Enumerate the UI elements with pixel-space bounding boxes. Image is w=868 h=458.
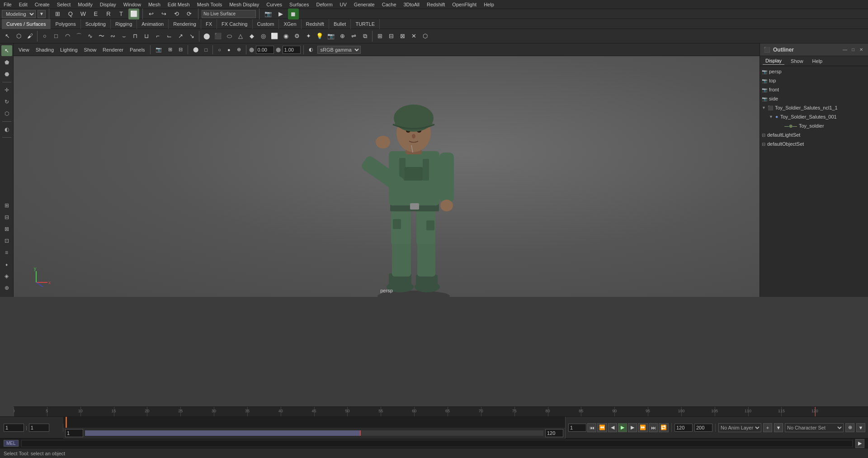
icon-curve9[interactable]: ⌐ xyxy=(152,31,163,42)
prev-key-btn[interactable]: ⏪ xyxy=(597,423,607,432)
icon-snap2[interactable]: ⊟ xyxy=(386,31,396,42)
tab-animation[interactable]: Animation xyxy=(137,19,169,29)
sidebar-scale[interactable]: ⬡ xyxy=(1,108,12,119)
range-start-input[interactable] xyxy=(65,429,83,437)
vp-icon-wire[interactable]: □ xyxy=(203,46,210,53)
menu-modify[interactable]: Modify xyxy=(74,1,96,8)
tab-turtle[interactable]: TURTLE xyxy=(351,19,380,29)
loop-btn[interactable]: 🔁 xyxy=(659,423,669,432)
icon-t[interactable]: T xyxy=(116,9,127,19)
icon-redo2[interactable]: ⟳ xyxy=(184,9,195,19)
menu-help[interactable]: Help xyxy=(480,1,498,8)
outliner-close[interactable]: ✕ xyxy=(858,47,864,53)
no-live-surface-btn[interactable]: No Live Surface xyxy=(202,10,256,18)
menu-mesh-display[interactable]: Mesh Display xyxy=(226,1,263,8)
menu-openflight[interactable]: OpenFlight xyxy=(448,1,480,8)
sidebar-select-tool[interactable]: ↖ xyxy=(1,45,12,56)
menu-create[interactable]: Create xyxy=(31,1,53,8)
command-input[interactable] xyxy=(21,440,853,447)
menu-curves[interactable]: Curves xyxy=(263,1,286,8)
icon-snap1[interactable]: ⊞ xyxy=(374,31,385,42)
sidebar-lasso[interactable]: ⬟ xyxy=(1,57,12,68)
vp-icon-grid2[interactable]: ⊟ xyxy=(176,46,185,53)
icon-cone[interactable]: △ xyxy=(235,31,246,42)
tab-fx[interactable]: FX xyxy=(201,19,217,29)
sidebar-layers[interactable]: ≡ xyxy=(1,247,12,258)
icon-curve6[interactable]: ⌣ xyxy=(118,31,129,42)
icon-cam2[interactable]: 📷 xyxy=(326,31,336,42)
tab-polygons[interactable]: Polygons xyxy=(51,19,80,29)
vp-view[interactable]: View xyxy=(16,46,32,53)
outliner-item-front[interactable]: 📷 front xyxy=(760,85,868,94)
sidebar-sculpt[interactable]: ◐ xyxy=(1,124,12,135)
icon-prop[interactable]: ⬡ xyxy=(420,31,430,42)
icon-cube[interactable]: ⬛ xyxy=(212,31,223,42)
playback-current-frame[interactable] xyxy=(568,424,586,432)
play-btn[interactable]: ▶ xyxy=(618,423,627,432)
tab-bullet[interactable]: Bullet xyxy=(329,19,351,29)
workspace-dropdown[interactable]: Modeling xyxy=(2,10,36,18)
sidebar-attr-editor[interactable]: ⊞ xyxy=(1,200,12,211)
vp-shading[interactable]: Shading xyxy=(33,46,56,53)
tab-fx-caching[interactable]: FX Caching xyxy=(217,19,252,29)
icon-undo2[interactable]: ⟲ xyxy=(171,9,182,19)
icon-tex[interactable]: ✦ xyxy=(303,31,314,42)
icon-cam[interactable]: 📷 xyxy=(263,9,274,19)
tab-xgen[interactable]: XGen xyxy=(279,19,301,29)
icon-arrow[interactable]: ↖ xyxy=(2,31,13,42)
vp-icon-grid[interactable]: ⊞ xyxy=(166,46,175,53)
vp-show[interactable]: Show xyxy=(82,46,99,53)
vp-colorspace-dropdown[interactable]: sRGB gamma xyxy=(317,46,361,54)
sidebar-snap[interactable]: ◈ xyxy=(1,271,12,281)
icon-light[interactable]: 💡 xyxy=(314,31,325,42)
icon-cylinder[interactable]: ⬭ xyxy=(224,31,235,42)
tab-custom[interactable]: Custom xyxy=(253,19,279,29)
timeline-scrubber[interactable]: 0510152025303540455055606570758085909510… xyxy=(14,406,868,416)
icon-sphere[interactable]: ⬤ xyxy=(201,31,212,42)
command-submit[interactable]: ▶ xyxy=(855,439,864,448)
go-start-btn[interactable]: ⏮ xyxy=(587,423,596,432)
menu-redshift[interactable]: Redshift xyxy=(423,1,448,8)
icon-mirror[interactable]: ⇌ xyxy=(348,31,359,42)
icon-rect[interactable]: □ xyxy=(51,31,61,42)
vp-renderer[interactable]: Renderer xyxy=(100,46,126,53)
icon-redo[interactable]: ↪ xyxy=(159,9,170,19)
max-frame-field[interactable] xyxy=(694,424,712,432)
tab-redshift[interactable]: Redshift xyxy=(302,19,329,29)
icon-curve3[interactable]: ∿ xyxy=(85,31,95,42)
outliner-tab-display[interactable]: Display xyxy=(763,57,784,65)
vp-lighting[interactable]: Lighting xyxy=(58,46,80,53)
vp-iso3[interactable]: ⊕ xyxy=(235,46,243,53)
current-frame-input[interactable] xyxy=(4,424,24,432)
sidebar-rotate[interactable]: ↻ xyxy=(1,96,12,107)
menu-edit-mesh[interactable]: Edit Mesh xyxy=(164,1,193,8)
menu-file[interactable]: File xyxy=(0,1,15,8)
outliner-item-toysoldier-group[interactable]: ▼ ⬛ Toy_Soldier_Salutes_ncl1_1 xyxy=(760,103,868,112)
menu-mesh[interactable]: Mesh xyxy=(145,1,164,8)
icon-e[interactable]: E xyxy=(90,9,101,19)
tab-rendering[interactable]: Rendering xyxy=(169,19,201,29)
tab-sculpting[interactable]: Sculpting xyxy=(81,19,111,29)
icon-active[interactable]: ⬜ xyxy=(128,9,139,19)
icon-undo[interactable]: ↩ xyxy=(146,9,157,19)
sidebar-extra[interactable]: ⊕ xyxy=(1,282,12,293)
icon-pyramid[interactable]: ◆ xyxy=(246,31,257,42)
anim-layer-btn2[interactable]: ▼ xyxy=(774,423,783,432)
icon-render2[interactable]: ◼ xyxy=(288,9,299,19)
sidebar-move[interactable]: ✛ xyxy=(1,85,12,95)
anim-layer-btn[interactable]: + xyxy=(763,423,772,432)
snap-icon[interactable]: ⊞ xyxy=(52,9,63,19)
icon-xray[interactable]: ✕ xyxy=(408,31,419,42)
icon-snap3[interactable]: ⊠ xyxy=(397,31,408,42)
menu-select[interactable]: Select xyxy=(53,1,75,8)
menu-generate[interactable]: Generate xyxy=(350,1,378,8)
outliner-item-toysoldier-001[interactable]: ▼ ✦ Toy_Soldier_Salutes_001 xyxy=(760,112,868,121)
icon-curve8[interactable]: ⊔ xyxy=(141,31,152,42)
icon-curve10[interactable]: ⌙ xyxy=(164,31,175,42)
current-frame-input2[interactable] xyxy=(29,424,49,432)
icon-curve2[interactable]: ⌒ xyxy=(73,31,84,42)
outliner-maximize[interactable]: □ xyxy=(850,47,856,53)
range-end-input[interactable] xyxy=(545,429,563,437)
icon-circle[interactable]: ○ xyxy=(39,31,50,42)
menu-mesh-tools[interactable]: Mesh Tools xyxy=(193,1,226,8)
